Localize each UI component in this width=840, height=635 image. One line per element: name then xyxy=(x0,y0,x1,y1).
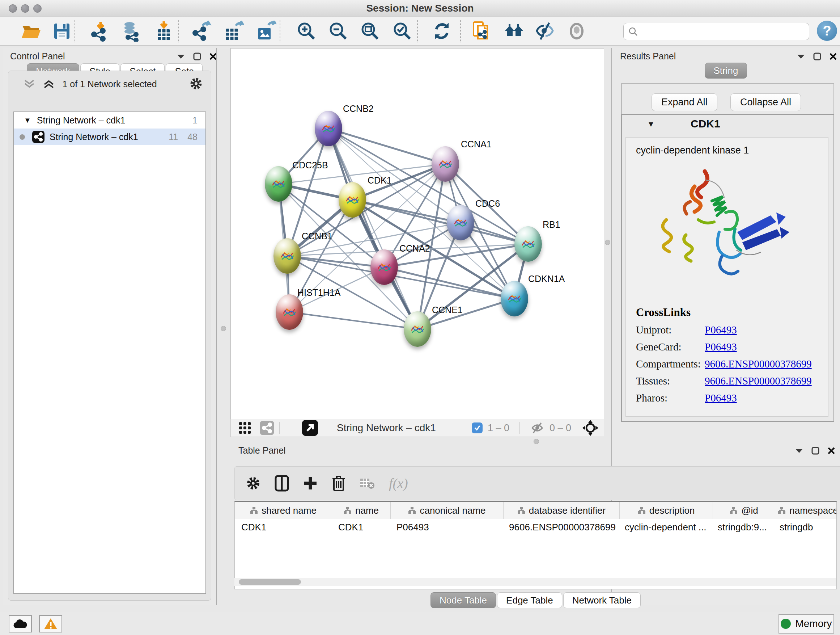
main-toolbar: ? xyxy=(0,17,840,46)
node-label-CCNB1: CCNB1 xyxy=(302,231,332,241)
edge-CCNB2-CCNA1[interactable] xyxy=(328,128,445,164)
network-node-CCNB2[interactable] xyxy=(315,111,342,146)
toolbar-separator xyxy=(417,20,418,42)
column-header-database-identifier[interactable]: database identifier xyxy=(504,502,620,519)
cloud-button[interactable] xyxy=(9,615,32,632)
tab-edge-table[interactable]: Edge Table xyxy=(497,592,562,608)
memory-button[interactable]: Memory xyxy=(778,614,834,633)
edge-CDK1-RB1[interactable] xyxy=(352,200,528,244)
crosslink-link[interactable]: P06493 xyxy=(705,392,737,404)
table-gear-icon[interactable] xyxy=(246,476,261,491)
show-columns-icon[interactable] xyxy=(275,475,289,492)
zoom-fit-icon[interactable] xyxy=(360,21,381,42)
edge-CCNB2-CCNE1[interactable] xyxy=(328,128,417,329)
collapse-panel-icon[interactable] xyxy=(795,448,804,454)
network-node-CCNA2[interactable] xyxy=(370,249,398,285)
tab-node-table[interactable]: Node Table xyxy=(431,592,496,608)
status-bar: Memory xyxy=(0,612,840,635)
crosslink-link[interactable]: P06493 xyxy=(705,341,737,353)
footer-separator xyxy=(519,422,520,434)
export-table-icon[interactable] xyxy=(223,21,244,42)
window-close-dot[interactable] xyxy=(9,4,17,13)
zoom-selected-icon[interactable] xyxy=(392,21,413,42)
collapse-panel-icon[interactable] xyxy=(177,54,185,59)
collapse-panel-icon[interactable] xyxy=(797,54,805,59)
help-button[interactable]: ? xyxy=(817,21,837,41)
network-node-CDKN1A[interactable] xyxy=(501,281,528,317)
window-zoom-dot[interactable] xyxy=(33,4,42,13)
cell-namespace: stringdb xyxy=(773,519,837,535)
hide-unhide-icon[interactable] xyxy=(535,21,556,42)
edge-HIST1H1A-CCNE1[interactable] xyxy=(289,312,417,329)
string-view-icon[interactable] xyxy=(260,421,274,435)
grid-view-icon[interactable] xyxy=(239,422,251,434)
import-table-icon[interactable] xyxy=(153,21,174,42)
zoom-out-icon[interactable] xyxy=(328,21,349,42)
network-node-CCNB1[interactable] xyxy=(273,238,301,274)
search-input[interactable] xyxy=(623,23,809,40)
crosslink-link[interactable]: P06493 xyxy=(705,324,737,336)
float-panel-icon[interactable] xyxy=(812,447,819,455)
float-panel-icon[interactable] xyxy=(193,52,201,60)
right-splitter-handle[interactable] xyxy=(605,240,610,245)
import-database-icon[interactable] xyxy=(121,21,142,42)
close-panel-icon[interactable] xyxy=(209,52,217,60)
delete-column-icon[interactable] xyxy=(332,475,346,492)
cell-canonical-name: P06493 xyxy=(390,519,502,535)
import-network-icon[interactable] xyxy=(90,21,111,42)
save-session-icon[interactable] xyxy=(51,21,73,42)
crosslink-link[interactable]: 9606.ENSP00000378699 xyxy=(705,375,812,387)
warning-button[interactable] xyxy=(39,615,62,632)
preview-eye-icon[interactable] xyxy=(566,21,587,42)
network-node-CDK1[interactable] xyxy=(339,182,366,218)
crosslink-label: GeneCard: xyxy=(636,341,705,353)
open-session-icon[interactable] xyxy=(20,21,41,42)
left-splitter-handle[interactable] xyxy=(221,326,226,331)
bottom-splitter-handle[interactable] xyxy=(534,439,539,444)
window-minimize-dot[interactable] xyxy=(21,4,29,13)
close-panel-icon[interactable] xyxy=(829,52,837,60)
hscroll-thumb[interactable] xyxy=(239,579,301,585)
network-canvas[interactable]: CCNB2 CCNA1 CDC25B CDK1 CDC6 RB1 CCNB1 C… xyxy=(231,48,604,419)
network-collection-row[interactable]: ▼ String Network – cdk1 1 xyxy=(14,112,205,128)
selected-checkbox[interactable] xyxy=(472,423,483,433)
gear-icon[interactable] xyxy=(189,77,203,90)
refresh-icon[interactable] xyxy=(431,21,452,42)
network-node-CCNE1[interactable] xyxy=(404,311,431,347)
column-header--id[interactable]: @id xyxy=(713,502,775,519)
tab-network-table[interactable]: Network Table xyxy=(563,592,641,608)
column-header-shared-name[interactable]: shared name xyxy=(235,502,332,519)
column-header-namespace[interactable]: namespace xyxy=(775,502,837,519)
network-node-RB1[interactable] xyxy=(515,226,542,262)
table-hscrollbar[interactable] xyxy=(234,578,836,586)
tree-expander-icon[interactable]: ▼ xyxy=(24,116,31,125)
tab-string[interactable]: String xyxy=(705,63,747,79)
table-row[interactable]: CDK1CDK1P064939606.ENSP00000378699cyclin… xyxy=(235,519,836,535)
network-node-CCNA1[interactable] xyxy=(431,146,459,182)
network-node-CDC6[interactable] xyxy=(447,205,474,241)
zoom-in-icon[interactable] xyxy=(296,21,317,42)
string-home-icon[interactable] xyxy=(504,21,524,42)
float-panel-icon[interactable] xyxy=(813,52,821,60)
network-node-HIST1H1A[interactable] xyxy=(276,295,303,330)
open-view-icon[interactable] xyxy=(302,420,318,436)
network-row-selected[interactable]: String Network – cdk1 11 48 xyxy=(14,128,205,145)
close-panel-icon[interactable] xyxy=(827,447,835,455)
node-table: shared name name canonical name database… xyxy=(234,501,837,589)
crosslink-link[interactable]: 9606.ENSP00000378699 xyxy=(705,358,812,370)
delete-table-icon xyxy=(359,477,375,489)
birdseye-icon[interactable] xyxy=(582,420,599,436)
add-column-icon[interactable] xyxy=(303,476,318,491)
column-header-description[interactable]: description xyxy=(620,502,713,519)
gene-name[interactable]: CDK1 xyxy=(691,118,720,130)
network-node-CDC25B[interactable] xyxy=(265,166,292,202)
copy-network-icon[interactable] xyxy=(471,21,493,42)
hidden-eye-icon[interactable] xyxy=(530,422,545,434)
column-header-canonical-name[interactable]: canonical name xyxy=(391,502,504,519)
export-image-icon[interactable] xyxy=(256,21,276,42)
export-network-icon[interactable] xyxy=(192,21,213,42)
column-header-name[interactable]: name xyxy=(332,502,391,519)
expand-all-button[interactable]: Expand All xyxy=(652,93,717,111)
section-expander-icon[interactable]: ▼ xyxy=(647,120,655,128)
collapse-all-button[interactable]: Collapse All xyxy=(730,93,801,111)
